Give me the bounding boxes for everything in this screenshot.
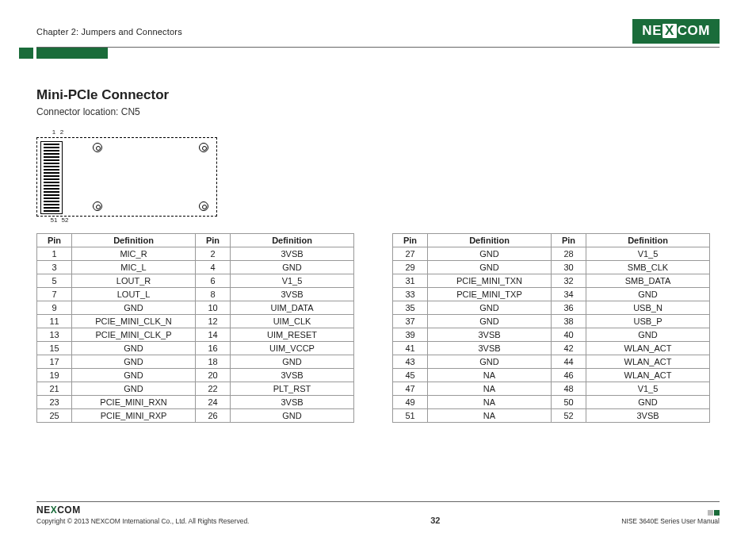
definition-cell: UIM_CLK bbox=[231, 315, 354, 328]
table-row: 3MIC_L4GND bbox=[37, 261, 354, 274]
pin-cell: 41 bbox=[393, 342, 428, 355]
pin-cell: 16 bbox=[196, 342, 231, 355]
definition-cell: 3VSB bbox=[231, 396, 354, 409]
definition-cell: SMB_DATA bbox=[586, 274, 710, 288]
definition-cell: GND bbox=[428, 247, 552, 261]
diagram-pin-52-label: 52 bbox=[61, 217, 69, 224]
pin-cell: 5 bbox=[37, 274, 72, 288]
footer-logo-pre: NE bbox=[36, 504, 51, 516]
table-row: 31PCIE_MINI_TXN32SMB_DATA bbox=[393, 274, 710, 288]
table-header-def: Definition bbox=[428, 234, 552, 247]
table-row: 43GND44WLAN_ACT bbox=[393, 355, 710, 369]
definition-cell: NA bbox=[428, 409, 552, 423]
table-row: 5LOUT_R6V1_5 bbox=[37, 274, 354, 288]
header-divider bbox=[36, 47, 720, 48]
page-footer: NEXCOM Copyright © 2013 NEXCOM Internati… bbox=[36, 501, 720, 525]
pin-cell: 1 bbox=[37, 247, 72, 261]
definition-cell: PCIE_MINI_CLK_P bbox=[72, 328, 196, 342]
definition-cell: WLAN_ACT bbox=[586, 369, 710, 382]
definition-cell: GND bbox=[586, 396, 710, 409]
table-row: 23PCIE_MINI_RXN243VSB bbox=[37, 396, 354, 409]
diagram-hole-icon bbox=[93, 201, 102, 211]
definition-cell: GND bbox=[231, 261, 354, 274]
table-row: 393VSB40GND bbox=[393, 328, 710, 342]
pin-cell: 20 bbox=[196, 369, 231, 382]
page-title: Mini-PCIe Connector bbox=[36, 87, 720, 103]
definition-cell: V1_5 bbox=[231, 274, 354, 288]
table-header-def: Definition bbox=[231, 234, 354, 247]
pin-cell: 29 bbox=[393, 261, 428, 274]
pin-cell: 38 bbox=[552, 315, 586, 328]
definition-cell: SMB_CLK bbox=[586, 261, 710, 274]
definition-cell: 3VSB bbox=[231, 288, 354, 301]
logo-part-post: COM bbox=[678, 23, 710, 39]
pin-cell: 43 bbox=[393, 355, 428, 369]
pin-cell: 28 bbox=[552, 247, 586, 261]
definition-cell: MIC_R bbox=[72, 247, 196, 261]
definition-cell: UIM_VCCP bbox=[231, 342, 354, 355]
definition-cell: LOUT_R bbox=[72, 274, 196, 288]
pin-cell: 34 bbox=[552, 288, 586, 301]
pin-cell: 19 bbox=[37, 369, 72, 382]
definition-cell: UIM_DATA bbox=[231, 301, 354, 315]
definition-cell: GND bbox=[231, 355, 354, 369]
pin-cell: 48 bbox=[552, 382, 586, 396]
pin-cell: 6 bbox=[196, 274, 231, 288]
pin-cell: 46 bbox=[552, 369, 586, 382]
definition-cell: MIC_L bbox=[72, 261, 196, 274]
table-row: 29GND30SMB_CLK bbox=[393, 261, 710, 274]
table-row: 33PCIE_MINI_TXP34GND bbox=[393, 288, 710, 301]
pin-cell: 31 bbox=[393, 274, 428, 288]
pin-cell: 8 bbox=[196, 288, 231, 301]
definition-cell: GND bbox=[72, 301, 196, 315]
pin-cell: 52 bbox=[552, 409, 586, 423]
chapter-label: Chapter 2: Jumpers and Connectors bbox=[36, 27, 182, 36]
definition-cell: NA bbox=[428, 369, 552, 382]
table-row: 21GND22PLT_RST bbox=[37, 382, 354, 396]
definition-cell: 3VSB bbox=[231, 369, 354, 382]
logo-part-pre: NE bbox=[642, 23, 662, 39]
pin-cell: 45 bbox=[393, 369, 428, 382]
pin-cell: 15 bbox=[37, 342, 72, 355]
table-row: 45NA46WLAN_ACT bbox=[393, 369, 710, 382]
definition-cell: PCIE_MINI_RXN bbox=[72, 396, 196, 409]
pin-cell: 50 bbox=[552, 396, 586, 409]
definition-cell: GND bbox=[428, 261, 552, 274]
table-row: 7LOUT_L83VSB bbox=[37, 288, 354, 301]
definition-cell: V1_5 bbox=[586, 382, 710, 396]
table-row: 25PCIE_MINI_RXP26GND bbox=[37, 409, 354, 423]
definition-cell: GND bbox=[586, 288, 710, 301]
pin-cell: 21 bbox=[37, 382, 72, 396]
pin-cell: 40 bbox=[552, 328, 586, 342]
table-row: 51NA523VSB bbox=[393, 409, 710, 423]
diagram-hole-icon bbox=[199, 201, 208, 211]
definition-cell: NA bbox=[428, 382, 552, 396]
pin-cell: 22 bbox=[196, 382, 231, 396]
brand-logo: NEXCOM bbox=[632, 19, 720, 44]
table-header-pin: Pin bbox=[552, 234, 586, 247]
pin-cell: 42 bbox=[552, 342, 586, 355]
pin-cell: 12 bbox=[196, 315, 231, 328]
definition-cell: GND bbox=[72, 382, 196, 396]
table-row: 11PCIE_MINI_CLK_N12UIM_CLK bbox=[37, 315, 354, 328]
definition-cell: GND bbox=[231, 409, 354, 423]
pin-cell: 11 bbox=[37, 315, 72, 328]
pin-cell: 3 bbox=[37, 261, 72, 274]
definition-cell: 3VSB bbox=[231, 247, 354, 261]
pin-cell: 49 bbox=[393, 396, 428, 409]
table-row: 413VSB42WLAN_ACT bbox=[393, 342, 710, 355]
definition-cell: PLT_RST bbox=[231, 382, 354, 396]
table-header-pin: Pin bbox=[37, 234, 72, 247]
definition-cell: WLAN_ACT bbox=[586, 355, 710, 369]
pin-cell: 51 bbox=[393, 409, 428, 423]
pin-cell: 24 bbox=[196, 396, 231, 409]
definition-cell: GND bbox=[72, 342, 196, 355]
copyright-text: Copyright © 2013 NEXCOM International Co… bbox=[36, 517, 249, 525]
pin-cell: 7 bbox=[37, 288, 72, 301]
pin-cell: 4 bbox=[196, 261, 231, 274]
pin-cell: 10 bbox=[196, 301, 231, 315]
diagram-pin-51-label: 51 bbox=[50, 217, 58, 224]
footer-square-icon bbox=[714, 510, 720, 516]
table-row: 9GND10UIM_DATA bbox=[37, 301, 354, 315]
table-row: 1MIC_R23VSB bbox=[37, 247, 354, 261]
